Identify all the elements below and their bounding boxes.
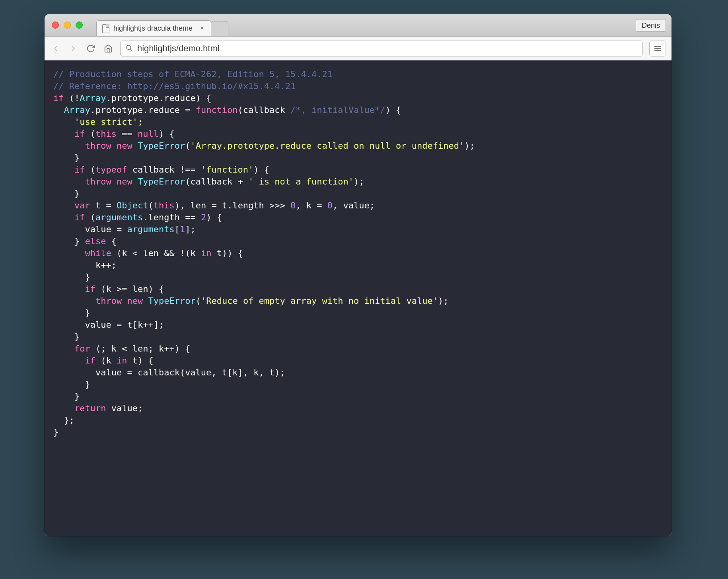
window-close-button[interactable]: [52, 21, 59, 29]
tab-title: highlightjs dracula theme: [113, 24, 193, 33]
url-input[interactable]: [136, 43, 638, 54]
svg-point-0: [127, 45, 131, 50]
titlebar: highlightjs dracula theme × Denis: [45, 14, 672, 37]
arrow-left-icon: [51, 44, 60, 53]
svg-line-1: [130, 49, 131, 50]
reload-icon: [86, 44, 95, 53]
window-zoom-button[interactable]: [76, 21, 83, 29]
window-controls: [52, 21, 83, 29]
address-bar[interactable]: [120, 41, 643, 56]
tab-active[interactable]: highlightjs dracula theme ×: [96, 20, 211, 36]
new-tab-button[interactable]: [211, 21, 228, 36]
code-block: // Production steps of ECMA-262, Edition…: [45, 60, 672, 446]
profile-chip[interactable]: Denis: [636, 19, 666, 32]
menu-button[interactable]: [649, 41, 666, 56]
tab-close-button[interactable]: ×: [199, 25, 205, 32]
home-icon: [104, 44, 113, 53]
file-icon: [102, 24, 109, 33]
hamburger-icon: [654, 45, 662, 52]
window-minimize-button[interactable]: [64, 21, 71, 29]
tabstrip: highlightjs dracula theme ×: [96, 19, 228, 36]
profile-name: Denis: [642, 21, 660, 30]
toolbar: [45, 37, 672, 60]
reload-button[interactable]: [85, 43, 96, 54]
home-button[interactable]: [103, 43, 114, 54]
back-button[interactable]: [50, 43, 61, 54]
arrow-right-icon: [69, 44, 78, 53]
browser-window: highlightjs dracula theme × Denis: [45, 14, 672, 536]
page-content[interactable]: // Production steps of ECMA-262, Edition…: [45, 60, 672, 536]
forward-button[interactable]: [68, 43, 79, 54]
search-icon: [125, 43, 132, 54]
